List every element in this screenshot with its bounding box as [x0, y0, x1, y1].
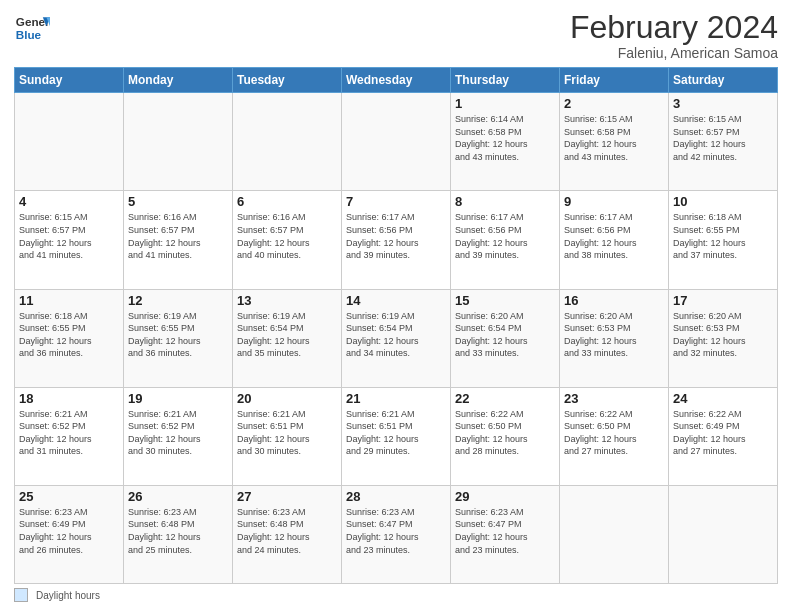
- day-number: 20: [237, 391, 337, 406]
- calendar-cell: 10Sunrise: 6:18 AM Sunset: 6:55 PM Dayli…: [669, 191, 778, 289]
- day-number: 23: [564, 391, 664, 406]
- day-info: Sunrise: 6:22 AM Sunset: 6:50 PM Dayligh…: [564, 408, 664, 458]
- day-info: Sunrise: 6:17 AM Sunset: 6:56 PM Dayligh…: [346, 211, 446, 261]
- day-info: Sunrise: 6:23 AM Sunset: 6:48 PM Dayligh…: [128, 506, 228, 556]
- daylight-legend-box: [14, 588, 28, 602]
- calendar: SundayMondayTuesdayWednesdayThursdayFrid…: [14, 67, 778, 584]
- footer: Daylight hours: [14, 588, 778, 602]
- calendar-cell: 28Sunrise: 6:23 AM Sunset: 6:47 PM Dayli…: [342, 485, 451, 583]
- col-header-thursday: Thursday: [451, 68, 560, 93]
- day-info: Sunrise: 6:15 AM Sunset: 6:57 PM Dayligh…: [19, 211, 119, 261]
- calendar-cell: 12Sunrise: 6:19 AM Sunset: 6:55 PM Dayli…: [124, 289, 233, 387]
- calendar-week-5: 25Sunrise: 6:23 AM Sunset: 6:49 PM Dayli…: [15, 485, 778, 583]
- calendar-cell: 22Sunrise: 6:22 AM Sunset: 6:50 PM Dayli…: [451, 387, 560, 485]
- col-header-tuesday: Tuesday: [233, 68, 342, 93]
- day-number: 27: [237, 489, 337, 504]
- day-info: Sunrise: 6:21 AM Sunset: 6:51 PM Dayligh…: [346, 408, 446, 458]
- day-info: Sunrise: 6:18 AM Sunset: 6:55 PM Dayligh…: [673, 211, 773, 261]
- day-info: Sunrise: 6:20 AM Sunset: 6:54 PM Dayligh…: [455, 310, 555, 360]
- calendar-cell: 25Sunrise: 6:23 AM Sunset: 6:49 PM Dayli…: [15, 485, 124, 583]
- day-number: 13: [237, 293, 337, 308]
- header: General Blue February 2024 Faleniu, Amer…: [14, 10, 778, 61]
- calendar-cell: 5Sunrise: 6:16 AM Sunset: 6:57 PM Daylig…: [124, 191, 233, 289]
- daylight-legend-label: Daylight hours: [36, 590, 100, 601]
- calendar-cell: 14Sunrise: 6:19 AM Sunset: 6:54 PM Dayli…: [342, 289, 451, 387]
- day-number: 1: [455, 96, 555, 111]
- day-number: 9: [564, 194, 664, 209]
- day-info: Sunrise: 6:23 AM Sunset: 6:49 PM Dayligh…: [19, 506, 119, 556]
- day-number: 11: [19, 293, 119, 308]
- calendar-cell: 20Sunrise: 6:21 AM Sunset: 6:51 PM Dayli…: [233, 387, 342, 485]
- day-info: Sunrise: 6:17 AM Sunset: 6:56 PM Dayligh…: [455, 211, 555, 261]
- calendar-cell: 26Sunrise: 6:23 AM Sunset: 6:48 PM Dayli…: [124, 485, 233, 583]
- calendar-cell: [669, 485, 778, 583]
- day-number: 3: [673, 96, 773, 111]
- day-number: 15: [455, 293, 555, 308]
- day-info: Sunrise: 6:20 AM Sunset: 6:53 PM Dayligh…: [564, 310, 664, 360]
- day-info: Sunrise: 6:20 AM Sunset: 6:53 PM Dayligh…: [673, 310, 773, 360]
- day-info: Sunrise: 6:22 AM Sunset: 6:49 PM Dayligh…: [673, 408, 773, 458]
- day-number: 24: [673, 391, 773, 406]
- calendar-cell: 2Sunrise: 6:15 AM Sunset: 6:58 PM Daylig…: [560, 93, 669, 191]
- day-number: 19: [128, 391, 228, 406]
- calendar-header-row: SundayMondayTuesdayWednesdayThursdayFrid…: [15, 68, 778, 93]
- day-number: 25: [19, 489, 119, 504]
- title-area: February 2024 Faleniu, American Samoa: [570, 10, 778, 61]
- calendar-cell: 13Sunrise: 6:19 AM Sunset: 6:54 PM Dayli…: [233, 289, 342, 387]
- day-info: Sunrise: 6:19 AM Sunset: 6:55 PM Dayligh…: [128, 310, 228, 360]
- logo-icon: General Blue: [14, 10, 50, 46]
- day-number: 17: [673, 293, 773, 308]
- day-info: Sunrise: 6:22 AM Sunset: 6:50 PM Dayligh…: [455, 408, 555, 458]
- calendar-cell: 8Sunrise: 6:17 AM Sunset: 6:56 PM Daylig…: [451, 191, 560, 289]
- day-info: Sunrise: 6:23 AM Sunset: 6:47 PM Dayligh…: [346, 506, 446, 556]
- calendar-cell: 4Sunrise: 6:15 AM Sunset: 6:57 PM Daylig…: [15, 191, 124, 289]
- month-title: February 2024: [570, 10, 778, 45]
- col-header-sunday: Sunday: [15, 68, 124, 93]
- calendar-cell: 9Sunrise: 6:17 AM Sunset: 6:56 PM Daylig…: [560, 191, 669, 289]
- day-number: 18: [19, 391, 119, 406]
- calendar-cell: 17Sunrise: 6:20 AM Sunset: 6:53 PM Dayli…: [669, 289, 778, 387]
- day-info: Sunrise: 6:16 AM Sunset: 6:57 PM Dayligh…: [128, 211, 228, 261]
- day-info: Sunrise: 6:18 AM Sunset: 6:55 PM Dayligh…: [19, 310, 119, 360]
- logo: General Blue: [14, 10, 50, 46]
- calendar-cell: 7Sunrise: 6:17 AM Sunset: 6:56 PM Daylig…: [342, 191, 451, 289]
- calendar-week-3: 11Sunrise: 6:18 AM Sunset: 6:55 PM Dayli…: [15, 289, 778, 387]
- location-subtitle: Faleniu, American Samoa: [570, 45, 778, 61]
- calendar-cell: [233, 93, 342, 191]
- calendar-cell: [342, 93, 451, 191]
- col-header-saturday: Saturday: [669, 68, 778, 93]
- day-number: 14: [346, 293, 446, 308]
- calendar-cell: 11Sunrise: 6:18 AM Sunset: 6:55 PM Dayli…: [15, 289, 124, 387]
- day-info: Sunrise: 6:23 AM Sunset: 6:48 PM Dayligh…: [237, 506, 337, 556]
- day-info: Sunrise: 6:14 AM Sunset: 6:58 PM Dayligh…: [455, 113, 555, 163]
- day-number: 22: [455, 391, 555, 406]
- day-number: 29: [455, 489, 555, 504]
- day-number: 7: [346, 194, 446, 209]
- day-info: Sunrise: 6:21 AM Sunset: 6:51 PM Dayligh…: [237, 408, 337, 458]
- col-header-monday: Monday: [124, 68, 233, 93]
- day-number: 26: [128, 489, 228, 504]
- day-number: 8: [455, 194, 555, 209]
- calendar-cell: 29Sunrise: 6:23 AM Sunset: 6:47 PM Dayli…: [451, 485, 560, 583]
- day-info: Sunrise: 6:19 AM Sunset: 6:54 PM Dayligh…: [346, 310, 446, 360]
- day-number: 5: [128, 194, 228, 209]
- day-number: 12: [128, 293, 228, 308]
- calendar-week-2: 4Sunrise: 6:15 AM Sunset: 6:57 PM Daylig…: [15, 191, 778, 289]
- day-info: Sunrise: 6:21 AM Sunset: 6:52 PM Dayligh…: [128, 408, 228, 458]
- calendar-cell: 3Sunrise: 6:15 AM Sunset: 6:57 PM Daylig…: [669, 93, 778, 191]
- calendar-week-1: 1Sunrise: 6:14 AM Sunset: 6:58 PM Daylig…: [15, 93, 778, 191]
- day-number: 28: [346, 489, 446, 504]
- day-number: 6: [237, 194, 337, 209]
- calendar-cell: [560, 485, 669, 583]
- day-info: Sunrise: 6:19 AM Sunset: 6:54 PM Dayligh…: [237, 310, 337, 360]
- day-number: 4: [19, 194, 119, 209]
- calendar-cell: 18Sunrise: 6:21 AM Sunset: 6:52 PM Dayli…: [15, 387, 124, 485]
- day-info: Sunrise: 6:16 AM Sunset: 6:57 PM Dayligh…: [237, 211, 337, 261]
- calendar-cell: [124, 93, 233, 191]
- calendar-cell: 24Sunrise: 6:22 AM Sunset: 6:49 PM Dayli…: [669, 387, 778, 485]
- day-info: Sunrise: 6:15 AM Sunset: 6:57 PM Dayligh…: [673, 113, 773, 163]
- day-number: 21: [346, 391, 446, 406]
- day-info: Sunrise: 6:23 AM Sunset: 6:47 PM Dayligh…: [455, 506, 555, 556]
- day-info: Sunrise: 6:15 AM Sunset: 6:58 PM Dayligh…: [564, 113, 664, 163]
- col-header-friday: Friday: [560, 68, 669, 93]
